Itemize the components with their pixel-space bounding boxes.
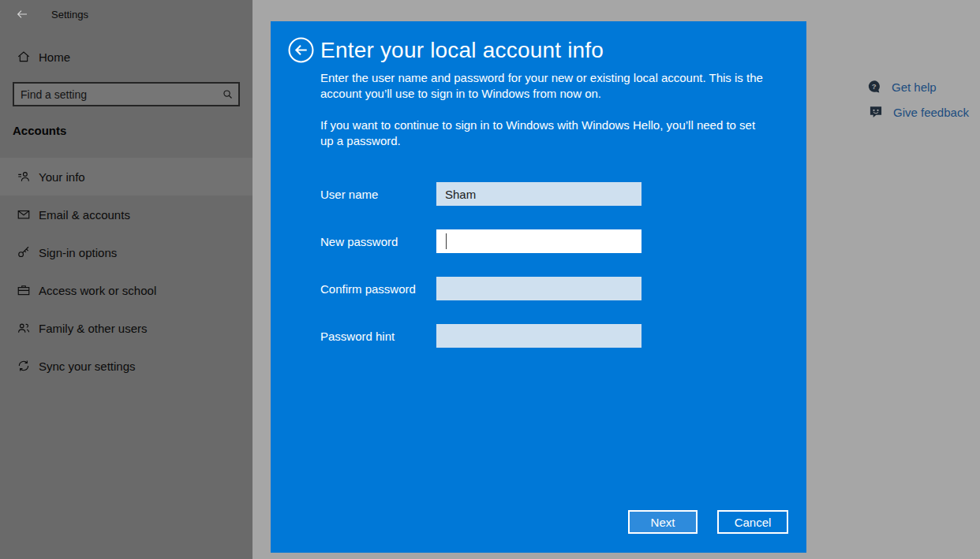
- home-icon: [17, 50, 31, 64]
- text-caret: [446, 233, 447, 249]
- password-hint-input[interactable]: [436, 324, 641, 348]
- app-title: Settings: [51, 9, 88, 20]
- dialog-hello-note: If you want to continue to sign in to Wi…: [320, 117, 770, 149]
- get-help-label: Get help: [892, 80, 937, 94]
- local-account-dialog: Enter your local account info Enter the …: [271, 21, 806, 553]
- sidebar-item-label: Family & other users: [39, 322, 148, 335]
- dialog-header: Enter your local account info: [288, 37, 604, 63]
- account-form: User name Sham New password Confirm pass…: [320, 182, 641, 371]
- search-icon[interactable]: [216, 88, 238, 100]
- back-arrow-icon: [16, 8, 28, 20]
- sidebar-item-sign-in-options[interactable]: Sign-in options: [0, 233, 252, 271]
- back-button[interactable]: [16, 8, 28, 20]
- cancel-button[interactable]: Cancel: [717, 510, 788, 534]
- next-button[interactable]: Next: [628, 510, 698, 534]
- dialog-description: Enter the user name and password for you…: [320, 70, 770, 102]
- sidebar-item-email-accounts[interactable]: Email & accounts: [0, 196, 252, 233]
- password-hint-label: Password hint: [320, 330, 436, 343]
- svg-text:?: ?: [872, 82, 877, 91]
- sidebar-item-label: Sign-in options: [39, 246, 117, 259]
- username-value: Sham: [445, 188, 476, 201]
- people-icon: [17, 321, 31, 335]
- form-row-confirm-password: Confirm password: [320, 277, 641, 300]
- form-row-password-hint: Password hint: [320, 324, 641, 348]
- dialog-title: Enter your local account info: [320, 38, 604, 63]
- get-help-link[interactable]: ? Get help: [866, 79, 937, 95]
- new-password-input[interactable]: [436, 229, 641, 253]
- form-row-new-password: New password: [320, 229, 641, 253]
- sidebar-item-access-work-school[interactable]: Access work or school: [0, 271, 252, 309]
- search-box[interactable]: [13, 82, 240, 106]
- settings-window: Settings Home Accounts Your info: [0, 0, 980, 559]
- person-card-icon: [17, 170, 31, 184]
- username-label: User name: [320, 188, 436, 201]
- sidebar-item-label: Email & accounts: [39, 208, 130, 222]
- sidebar-item-home[interactable]: Home: [0, 38, 252, 76]
- sidebar-item-family-other-users[interactable]: Family & other users: [0, 309, 252, 347]
- feedback-smiley-icon: [868, 104, 884, 120]
- email-icon: [17, 207, 31, 222]
- sidebar-section-heading: Accounts: [13, 124, 66, 137]
- sidebar-item-your-info[interactable]: Your info: [0, 158, 252, 196]
- sidebar: Settings Home Accounts Your info: [0, 0, 252, 559]
- sync-icon: [17, 359, 31, 373]
- sidebar-item-sync-settings[interactable]: Sync your settings: [0, 347, 252, 385]
- search-input[interactable]: [14, 88, 216, 101]
- sidebar-item-label: Sync your settings: [39, 360, 136, 373]
- key-icon: [17, 245, 31, 259]
- give-feedback-label: Give feedback: [893, 106, 969, 119]
- sidebar-nav-list: Your info Email & accounts Sign-in optio…: [0, 158, 252, 385]
- dialog-back-button[interactable]: [288, 37, 314, 63]
- sidebar-item-label: Home: [39, 50, 70, 64]
- give-feedback-link[interactable]: Give feedback: [868, 104, 969, 120]
- sidebar-item-label: Your info: [39, 170, 85, 184]
- form-row-username: User name Sham: [320, 182, 641, 206]
- confirm-password-label: Confirm password: [320, 282, 436, 296]
- titlebar: Settings: [16, 6, 88, 22]
- circled-back-arrow-icon: [288, 37, 314, 63]
- confirm-password-input[interactable]: [436, 277, 641, 300]
- sidebar-item-label: Access work or school: [39, 284, 156, 297]
- get-help-icon: ?: [866, 79, 882, 95]
- username-input[interactable]: Sham: [436, 182, 641, 206]
- briefcase-icon: [17, 283, 31, 297]
- new-password-label: New password: [320, 235, 436, 248]
